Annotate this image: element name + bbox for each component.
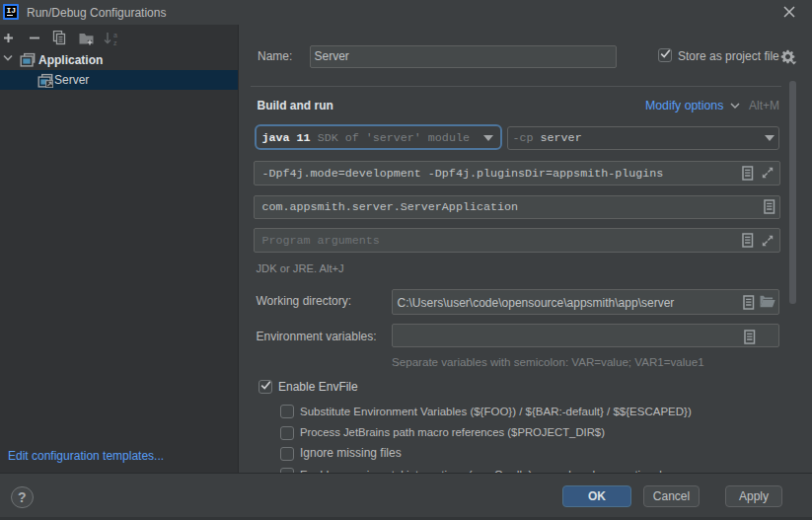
svg-text:a: a xyxy=(113,32,117,38)
svg-text:z: z xyxy=(113,39,117,46)
